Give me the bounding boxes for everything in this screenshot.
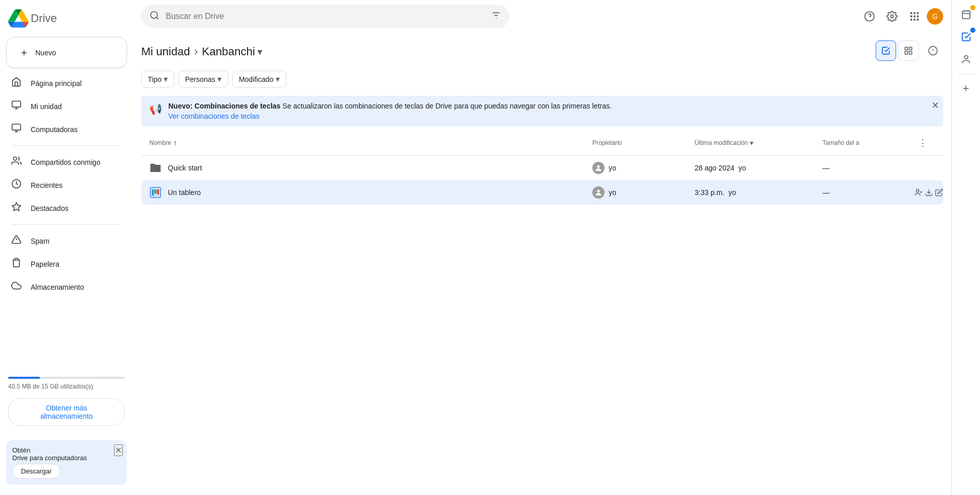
grid-view-button[interactable] xyxy=(898,40,919,61)
spam-icon xyxy=(10,234,23,247)
tasks-panel-button[interactable] xyxy=(956,27,976,47)
list-view-button[interactable] xyxy=(876,40,896,61)
sidebar-item-shared[interactable]: Compartidos conmigo xyxy=(4,152,129,173)
help-button[interactable] xyxy=(859,6,880,27)
plus-icon: ＋ xyxy=(19,46,29,59)
svg-rect-39 xyxy=(154,189,157,193)
row-size-quickstart: — xyxy=(822,164,915,172)
banner-link[interactable]: Ver combinaciones de teclas xyxy=(168,112,935,120)
col-size-label: Tamaño del a xyxy=(822,139,859,146)
table-row[interactable]: Quick start yo 28 ago 2024 yo — ⋮ xyxy=(141,156,943,180)
svg-rect-29 xyxy=(909,47,912,50)
svg-marker-8 xyxy=(12,203,21,211)
storage-section: 40.5 MB de 15 GB utilizados(s) Obtener m… xyxy=(0,369,133,434)
filter-tipo-label: Tipo xyxy=(148,75,162,83)
col-owner: Propietario xyxy=(592,139,695,146)
top-bar-right xyxy=(876,40,943,61)
svg-rect-27 xyxy=(917,19,919,21)
breadcrumb-root[interactable]: Mi unidad xyxy=(141,45,190,58)
nav-divider-1 xyxy=(12,145,121,146)
app-title: Drive xyxy=(31,12,57,25)
filter-tipo-chevron: ▾ xyxy=(164,74,168,84)
breadcrumb: Mi unidad › Kanbanchi ▾ xyxy=(141,37,262,64)
sidebar-nav: Página principal Mi unidad Computadoras … xyxy=(0,72,133,298)
filter-personas-button[interactable]: Personas ▾ xyxy=(179,71,228,88)
new-button-label: Nuevo xyxy=(35,49,56,57)
new-button[interactable]: ＋ Nuevo xyxy=(6,37,127,68)
shared-icon xyxy=(10,156,23,168)
drive-logo[interactable]: Drive xyxy=(0,4,133,37)
add-panel-button[interactable]: + xyxy=(956,78,976,99)
contacts-panel-button[interactable] xyxy=(956,49,976,70)
starred-icon xyxy=(10,202,23,214)
sidebar-item-my-drive[interactable]: Mi unidad xyxy=(4,96,129,117)
row-size-untablero: — xyxy=(822,188,915,197)
sidebar-item-spam[interactable]: Spam xyxy=(4,230,129,251)
owner-avatar-quickstart xyxy=(592,162,605,174)
kanban-file-icon xyxy=(149,186,162,199)
svg-rect-38 xyxy=(152,189,154,196)
header: G xyxy=(133,0,951,33)
storage-bar-bg xyxy=(8,377,125,379)
banner-description: Se actualizaron las combinaciones de tec… xyxy=(282,102,612,110)
row-filename-quickstart: Quick start xyxy=(168,164,202,172)
row-owner-quickstart: yo xyxy=(592,162,695,174)
get-storage-button[interactable]: Obtener más almacenamiento xyxy=(8,398,125,426)
breadcrumb-current-folder[interactable]: Kanbanchi ▾ xyxy=(202,45,262,58)
my-drive-icon xyxy=(10,100,23,113)
search-input[interactable] xyxy=(166,12,485,21)
col-size: Tamaño del a xyxy=(822,139,915,146)
content-area: Mi unidad › Kanbanchi ▾ xyxy=(133,33,951,495)
svg-rect-25 xyxy=(910,19,912,21)
calendar-badge xyxy=(970,5,975,10)
col-more-button[interactable]: ⋮ xyxy=(915,135,931,151)
sidebar-item-home-label: Página principal xyxy=(31,79,82,88)
table-row[interactable]: Un tablero yo 3:33 p.m. yo — xyxy=(141,180,943,205)
sidebar-item-trash[interactable]: Papelera xyxy=(4,253,129,274)
svg-rect-24 xyxy=(917,15,919,17)
settings-button[interactable] xyxy=(882,6,902,27)
info-button[interactable] xyxy=(923,40,943,61)
avatar[interactable]: G xyxy=(927,8,943,25)
edit-button-untablero[interactable] xyxy=(935,184,943,201)
sidebar-item-starred-label: Destacados xyxy=(31,204,69,212)
sidebar-item-starred[interactable]: Destacados xyxy=(4,198,129,219)
breadcrumb-separator: › xyxy=(194,45,197,58)
banner-close-button[interactable]: ✕ xyxy=(931,100,939,111)
apps-button[interactable] xyxy=(904,6,925,27)
svg-point-6 xyxy=(13,157,17,161)
svg-rect-3 xyxy=(12,124,21,131)
row-name-quickstart: Quick start xyxy=(149,162,592,174)
filter-tipo-button[interactable]: Tipo ▾ xyxy=(141,71,174,88)
sidebar-item-shared-label: Compartidos conmigo xyxy=(31,158,100,166)
sidebar-item-recent[interactable]: Recientes xyxy=(4,175,129,196)
svg-point-18 xyxy=(890,15,894,18)
close-promo-button[interactable]: ✕ xyxy=(114,444,123,456)
filter-modificado-button[interactable]: Modificado ▾ xyxy=(232,71,286,88)
svg-rect-31 xyxy=(905,52,907,54)
svg-rect-21 xyxy=(917,12,919,14)
sidebar-item-storage[interactable]: Almacenamiento xyxy=(4,276,129,297)
bottom-promo: ✕ Obtén Drive para computadoras Descarga… xyxy=(6,440,127,485)
svg-rect-47 xyxy=(962,11,970,18)
share-button-untablero[interactable] xyxy=(915,184,923,201)
search-filter-icon[interactable] xyxy=(491,10,501,23)
download-button-untablero[interactable] xyxy=(925,184,933,201)
sort-modified-icon[interactable]: ▾ xyxy=(750,139,753,147)
svg-rect-23 xyxy=(914,15,916,17)
computers-icon xyxy=(10,123,23,136)
calendar-panel-button[interactable] xyxy=(956,4,976,25)
banner: 📢 Nuevo: Combinaciones de teclas Se actu… xyxy=(141,96,943,126)
file-table: Nombre ↑ Propietario Última modificación… xyxy=(141,131,943,495)
download-button[interactable]: Descargar xyxy=(12,464,60,479)
breadcrumb-folder-name: Kanbanchi xyxy=(202,45,255,58)
svg-rect-26 xyxy=(914,19,916,21)
sidebar-item-home[interactable]: Página principal xyxy=(4,73,129,94)
banner-bold-text: Combinaciones de teclas xyxy=(194,102,280,110)
owner-name-untablero: yo xyxy=(609,188,616,197)
svg-point-41 xyxy=(597,190,599,192)
col-name: Nombre ↑ xyxy=(149,139,592,147)
sidebar-item-computers[interactable]: Computadoras xyxy=(4,119,129,140)
sort-ascending-icon[interactable]: ↑ xyxy=(173,139,177,147)
search-bar xyxy=(141,5,509,28)
